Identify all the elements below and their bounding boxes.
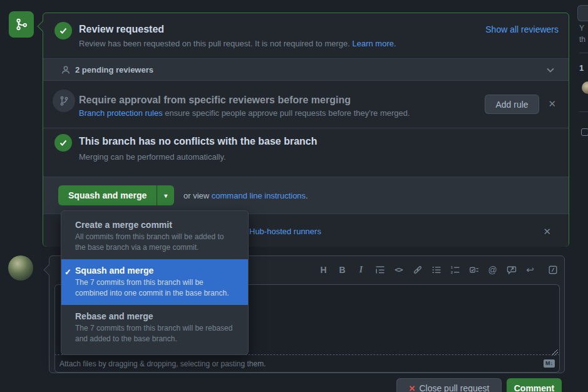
saved-replies-icon[interactable]: ↩	[525, 265, 535, 276]
mention-icon[interactable]: @	[487, 265, 498, 276]
dismiss-banner-icon[interactable]: ✕	[543, 227, 551, 236]
link-icon[interactable]	[412, 265, 423, 276]
review-requested-section: Review requested Review has been request…	[43, 13, 569, 58]
protection-description: Branch protection rules ensure specific …	[79, 108, 410, 118]
unordered-list-icon[interactable]	[431, 265, 441, 276]
check-circle-icon	[54, 134, 72, 152]
no-conflicts-section: This branch has no conflicts with the ba…	[43, 128, 569, 177]
cli-instructions-text: or view command line instructions.	[183, 191, 308, 200]
show-all-reviewers-link[interactable]: Show all reviewers	[485, 24, 559, 34]
sidebar-clipped-icon	[581, 128, 588, 136]
composer-caret	[44, 265, 54, 276]
bold-icon[interactable]: B	[337, 265, 348, 276]
sidebar-clipped-control	[577, 5, 588, 21]
add-rule-button[interactable]: Add rule	[485, 95, 539, 114]
heading-icon[interactable]: H	[318, 265, 329, 276]
chevron-down-icon[interactable]	[546, 67, 555, 73]
sidebar-count: 1	[579, 63, 584, 73]
italic-icon[interactable]: I	[356, 265, 366, 276]
menu-item-rebase-and-merge[interactable]: Rebase and merge The 7 commits from this…	[61, 305, 248, 354]
sidebar-divider	[579, 111, 588, 112]
close-pull-request-button[interactable]: ✕ Close pull request	[396, 378, 502, 392]
attach-hint-text: Attach files by dragging & dropping, sel…	[59, 359, 266, 368]
review-requested-description: Review has been requested on this pull r…	[79, 39, 396, 48]
cross-reference-icon[interactable]	[506, 265, 517, 276]
hosted-runners-link[interactable]: Hub-hosted runners	[249, 227, 321, 236]
markdown-toolbar: H B I <>	[318, 256, 558, 284]
merge-button-group: Squash and merge ▾	[58, 185, 174, 205]
sidebar-divider	[579, 53, 588, 53]
resize-grip[interactable]	[552, 349, 558, 356]
squash-and-merge-button[interactable]: Squash and merge	[58, 185, 157, 205]
code-icon[interactable]: <>	[393, 265, 404, 276]
pr-merge-screen: Review requested Review has been request…	[0, 0, 588, 392]
ordered-list-icon[interactable]: 1 2	[450, 265, 460, 276]
attach-files-bar[interactable]: Attach files by dragging & dropping, sel…	[54, 355, 560, 373]
menu-item-squash-and-merge[interactable]: ✓ Squash and merge The 7 commits from th…	[61, 259, 248, 305]
merge-method-dropdown: Create a merge commit All commits from t…	[61, 210, 249, 355]
pending-reviewers-row[interactable]: 2 pending reviewers	[43, 58, 569, 81]
markdown-icon: M↓	[544, 359, 555, 368]
comment-button[interactable]: Comment	[507, 378, 562, 392]
git-merge-icon	[9, 11, 34, 38]
protection-title: Require approval from specific reviewers…	[79, 95, 351, 106]
branch-protection-rules-link[interactable]: Branch protection rules	[79, 108, 163, 118]
branch-protection-section: Require approval from specific reviewers…	[43, 81, 569, 128]
slash-commands-icon[interactable]	[547, 265, 558, 276]
person-icon	[61, 65, 71, 75]
command-line-instructions-link[interactable]: command line instructions	[212, 191, 306, 200]
task-list-icon[interactable]	[468, 265, 479, 276]
check-icon: ✓	[64, 267, 71, 277]
closed-pr-icon: ✕	[409, 384, 416, 392]
no-conflicts-description: Merging can be performed automatically.	[79, 152, 226, 162]
dismiss-protection-icon[interactable]: ✕	[548, 99, 556, 108]
menu-item-create-merge-commit[interactable]: Create a merge commit All commits from t…	[61, 211, 248, 259]
quote-icon[interactable]	[374, 265, 385, 276]
merge-actions-footer: Squash and merge ▾ or view command line …	[43, 177, 569, 214]
svg-text:2: 2	[450, 271, 453, 274]
merge-options-caret-button[interactable]: ▾	[157, 185, 174, 205]
sidebar-text-fragment: Y	[579, 24, 584, 33]
check-circle-icon	[54, 22, 72, 39]
user-avatar[interactable]	[8, 255, 33, 281]
svg-text:1: 1	[450, 266, 453, 269]
git-branch-icon	[53, 90, 75, 112]
sidebar-avatar[interactable]	[582, 81, 588, 94]
learn-more-link[interactable]: Learn more.	[352, 39, 396, 48]
sidebar-text-fragment: th	[579, 35, 585, 44]
pending-reviewers-label: 2 pending reviewers	[75, 65, 153, 75]
no-conflicts-title: This branch has no conflicts with the ba…	[79, 136, 317, 147]
review-requested-title: Review requested	[79, 24, 164, 35]
